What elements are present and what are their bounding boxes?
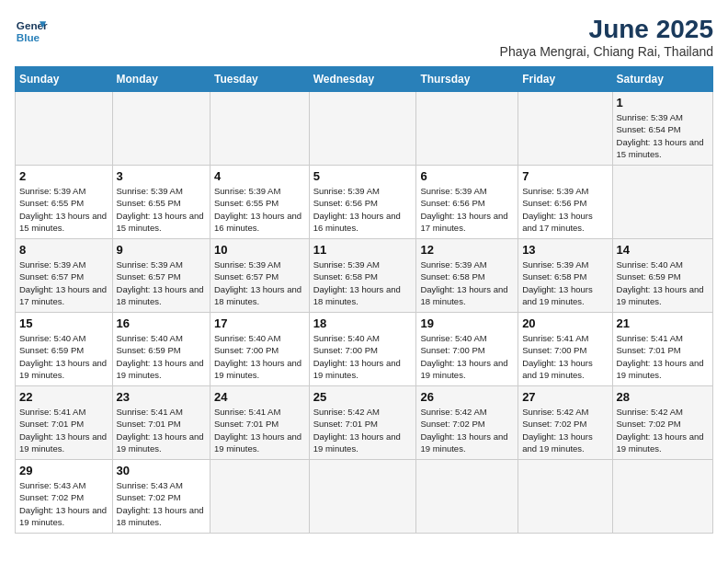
cell-info: Sunrise: 5:42 AMSunset: 7:01 PMDaylight:… [313, 407, 401, 454]
calendar-cell [612, 166, 712, 239]
calendar-cell: 28Sunrise: 5:42 AMSunset: 7:02 PMDayligh… [612, 386, 712, 460]
day-number: 14 [617, 243, 709, 257]
day-number: 8 [19, 243, 108, 257]
calendar-cell [309, 460, 416, 534]
calendar-cell [16, 92, 113, 166]
calendar-cell [112, 92, 210, 166]
calendar-cell [518, 92, 612, 166]
cell-info: Sunrise: 5:41 AMSunset: 7:01 PMDaylight:… [214, 407, 301, 454]
day-number: 2 [19, 169, 108, 183]
header: General Blue June 2025 Phaya Mengrai, Ch… [15, 15, 713, 59]
day-number: 20 [522, 316, 608, 330]
calendar-cell: 9Sunrise: 5:39 AMSunset: 6:57 PMDaylight… [112, 239, 210, 313]
day-number: 29 [19, 464, 108, 477]
calendar-cell: 22Sunrise: 5:41 AMSunset: 7:01 PMDayligh… [16, 386, 113, 460]
calendar-cell: 19Sunrise: 5:40 AMSunset: 7:00 PMDayligh… [416, 313, 518, 386]
cell-info: Sunrise: 5:40 AMSunset: 7:00 PMDaylight:… [214, 333, 301, 380]
cell-info: Sunrise: 5:39 AMSunset: 6:57 PMDaylight:… [214, 259, 301, 306]
header-sunday: Sunday [16, 67, 113, 92]
day-number: 24 [214, 390, 305, 404]
header-tuesday: Tuesday [210, 67, 310, 92]
cell-info: Sunrise: 5:43 AMSunset: 7:02 PMDaylight:… [117, 480, 204, 527]
calendar-cell: 21Sunrise: 5:41 AMSunset: 7:01 PMDayligh… [612, 313, 712, 386]
calendar-cell: 14Sunrise: 5:40 AMSunset: 6:59 PMDayligh… [612, 239, 712, 313]
calendar-cell [309, 92, 416, 166]
cell-info: Sunrise: 5:39 AMSunset: 6:55 PMDaylight:… [117, 186, 204, 233]
logo-icon: General Blue [15, 15, 48, 48]
calendar-cell: 27Sunrise: 5:42 AMSunset: 7:02 PMDayligh… [518, 386, 612, 460]
calendar-cell: 11Sunrise: 5:39 AMSunset: 6:58 PMDayligh… [309, 239, 416, 313]
calendar-cell: 24Sunrise: 5:41 AMSunset: 7:01 PMDayligh… [210, 386, 310, 460]
calendar-table: Sunday Monday Tuesday Wednesday Thursday… [15, 66, 713, 534]
calendar-cell: 25Sunrise: 5:42 AMSunset: 7:01 PMDayligh… [309, 386, 416, 460]
day-number: 18 [313, 316, 413, 330]
calendar-week-row: 22Sunrise: 5:41 AMSunset: 7:01 PMDayligh… [16, 386, 713, 460]
day-number: 5 [313, 169, 413, 183]
calendar-week-row: 29Sunrise: 5:43 AMSunset: 7:02 PMDayligh… [16, 460, 713, 534]
calendar-cell: 6Sunrise: 5:39 AMSunset: 6:56 PMDaylight… [416, 166, 518, 239]
logo: General Blue [15, 15, 48, 48]
cell-info: Sunrise: 5:41 AMSunset: 7:01 PMDaylight:… [617, 333, 704, 380]
calendar-cell [210, 460, 310, 534]
day-number: 26 [420, 390, 514, 404]
day-number: 30 [117, 464, 206, 477]
calendar-header: Sunday Monday Tuesday Wednesday Thursday… [16, 67, 713, 92]
subtitle: Phaya Mengrai, Chiang Rai, Thailand [500, 44, 713, 59]
calendar-cell: 10Sunrise: 5:39 AMSunset: 6:57 PMDayligh… [210, 239, 310, 313]
svg-text:Blue: Blue [17, 31, 40, 43]
calendar-cell [416, 460, 518, 534]
main-title: June 2025 [500, 15, 713, 44]
calendar-week-row: 15Sunrise: 5:40 AMSunset: 6:59 PMDayligh… [16, 313, 713, 386]
calendar-cell: 2Sunrise: 5:39 AMSunset: 6:55 PMDaylight… [16, 166, 113, 239]
calendar-cell [210, 92, 310, 166]
calendar-cell: 4Sunrise: 5:39 AMSunset: 6:55 PMDaylight… [210, 166, 310, 239]
calendar-cell: 13Sunrise: 5:39 AMSunset: 6:58 PMDayligh… [518, 239, 612, 313]
day-number: 1 [617, 96, 709, 109]
day-number: 27 [522, 390, 608, 404]
calendar-cell: 20Sunrise: 5:41 AMSunset: 7:00 PMDayligh… [518, 313, 612, 386]
calendar-cell: 16Sunrise: 5:40 AMSunset: 6:59 PMDayligh… [112, 313, 210, 386]
cell-info: Sunrise: 5:41 AMSunset: 7:00 PMDaylight:… [522, 333, 593, 380]
day-number: 13 [522, 243, 608, 257]
day-number: 4 [214, 169, 305, 183]
cell-info: Sunrise: 5:39 AMSunset: 6:57 PMDaylight:… [117, 259, 204, 306]
cell-info: Sunrise: 5:39 AMSunset: 6:55 PMDaylight:… [19, 186, 107, 233]
day-number: 28 [617, 390, 709, 404]
cell-info: Sunrise: 5:40 AMSunset: 6:59 PMDaylight:… [117, 333, 204, 380]
day-number: 23 [117, 390, 206, 404]
calendar-week-row: 2Sunrise: 5:39 AMSunset: 6:55 PMDaylight… [16, 166, 713, 239]
cell-info: Sunrise: 5:39 AMSunset: 6:56 PMDaylight:… [420, 186, 507, 233]
cell-info: Sunrise: 5:39 AMSunset: 6:57 PMDaylight:… [19, 259, 107, 306]
day-number: 22 [19, 390, 108, 404]
header-friday: Friday [518, 67, 612, 92]
calendar-cell: 3Sunrise: 5:39 AMSunset: 6:55 PMDaylight… [112, 166, 210, 239]
day-number: 15 [19, 316, 108, 330]
calendar-cell: 12Sunrise: 5:39 AMSunset: 6:58 PMDayligh… [416, 239, 518, 313]
calendar-cell: 17Sunrise: 5:40 AMSunset: 7:00 PMDayligh… [210, 313, 310, 386]
day-number: 9 [117, 243, 206, 257]
day-number: 16 [117, 316, 206, 330]
cell-info: Sunrise: 5:39 AMSunset: 6:58 PMDaylight:… [522, 259, 593, 306]
cell-info: Sunrise: 5:42 AMSunset: 7:02 PMDaylight:… [522, 407, 593, 454]
cell-info: Sunrise: 5:42 AMSunset: 7:02 PMDaylight:… [420, 407, 507, 454]
cell-info: Sunrise: 5:42 AMSunset: 7:02 PMDaylight:… [617, 407, 704, 454]
calendar-cell: 23Sunrise: 5:41 AMSunset: 7:01 PMDayligh… [112, 386, 210, 460]
cell-info: Sunrise: 5:40 AMSunset: 6:59 PMDaylight:… [19, 333, 107, 380]
header-thursday: Thursday [416, 67, 518, 92]
title-area: June 2025 Phaya Mengrai, Chiang Rai, Tha… [500, 15, 713, 59]
calendar-cell: 5Sunrise: 5:39 AMSunset: 6:56 PMDaylight… [309, 166, 416, 239]
calendar-cell: 7Sunrise: 5:39 AMSunset: 6:56 PMDaylight… [518, 166, 612, 239]
cell-info: Sunrise: 5:40 AMSunset: 6:59 PMDaylight:… [617, 259, 704, 306]
cell-info: Sunrise: 5:43 AMSunset: 7:02 PMDaylight:… [19, 480, 107, 527]
calendar-cell: 1Sunrise: 5:39 AMSunset: 6:54 PMDaylight… [612, 92, 712, 166]
day-number: 6 [420, 169, 514, 183]
cell-info: Sunrise: 5:39 AMSunset: 6:58 PMDaylight:… [420, 259, 507, 306]
calendar-cell [416, 92, 518, 166]
day-number: 17 [214, 316, 305, 330]
day-number: 11 [313, 243, 413, 257]
day-number: 7 [522, 169, 608, 183]
cell-info: Sunrise: 5:40 AMSunset: 7:00 PMDaylight:… [313, 333, 401, 380]
cell-info: Sunrise: 5:39 AMSunset: 6:56 PMDaylight:… [522, 186, 593, 233]
calendar-body: 1Sunrise: 5:39 AMSunset: 6:54 PMDaylight… [16, 92, 713, 534]
cell-info: Sunrise: 5:39 AMSunset: 6:56 PMDaylight:… [313, 186, 401, 233]
